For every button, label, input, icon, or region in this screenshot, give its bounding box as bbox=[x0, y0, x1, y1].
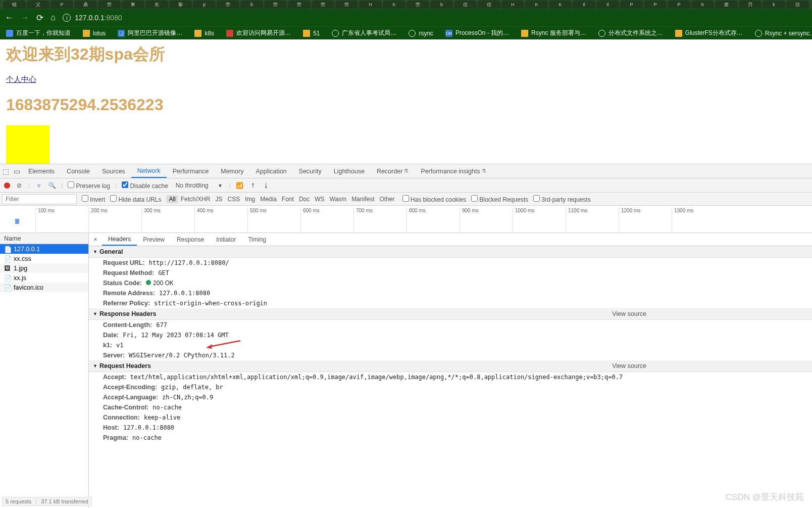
network-timeline[interactable]: 100 ms200 ms300 ms400 ms500 ms600 ms700 … bbox=[0, 206, 812, 233]
tab-memory[interactable]: Memory bbox=[215, 164, 249, 178]
view-source-link[interactable]: View source bbox=[612, 310, 646, 317]
browser-tab[interactable]: K bbox=[691, 1, 714, 9]
browser-tab[interactable]: p bbox=[193, 1, 216, 9]
third-party-checkbox[interactable]: 3rd-party requests bbox=[533, 195, 591, 203]
detail-tab-headers[interactable]: Headers bbox=[102, 233, 137, 246]
browser-tab[interactable]: K bbox=[549, 1, 572, 9]
browser-tab[interactable]: 劳 bbox=[407, 1, 429, 9]
record-button[interactable] bbox=[4, 182, 10, 189]
tab-application[interactable]: Application bbox=[249, 164, 292, 178]
browser-tab[interactable]: P bbox=[668, 1, 690, 9]
browser-tab[interactable]: P bbox=[620, 1, 643, 9]
browser-tab[interactable]: 仪 bbox=[786, 1, 809, 9]
bookmark-item[interactable]: GlusterFS分布式存… bbox=[675, 29, 743, 37]
tab-console[interactable]: Console bbox=[61, 164, 96, 178]
browser-tab[interactable]: H bbox=[501, 1, 524, 9]
browser-tab[interactable]: H bbox=[359, 1, 382, 9]
detail-tab-initiator[interactable]: Initiator bbox=[210, 233, 242, 246]
disable-cache-checkbox[interactable]: Disable cache bbox=[122, 181, 168, 190]
chevron-down-icon[interactable]: ▾ bbox=[216, 182, 224, 189]
export-icon[interactable]: ⭳ bbox=[262, 182, 270, 189]
bookmark-item[interactable]: lotus bbox=[83, 30, 106, 37]
browser-tab[interactable]: 刃 bbox=[739, 1, 762, 9]
bookmark-item[interactable]: rsync bbox=[409, 30, 433, 37]
request-row[interactable]: 📄xx.js bbox=[0, 273, 88, 283]
browser-tab[interactable]: 劳 bbox=[98, 1, 121, 9]
filter-type-media[interactable]: Media bbox=[258, 195, 279, 203]
browser-tab[interactable]: k bbox=[763, 1, 785, 9]
request-row[interactable]: 🖼1.jpg bbox=[0, 263, 88, 273]
tab-lighthouse[interactable]: Lighthouse bbox=[328, 164, 371, 178]
personal-center-link[interactable]: 个人中心 bbox=[6, 75, 36, 83]
hide-data-urls-checkbox[interactable]: Hide data URLs bbox=[110, 195, 161, 203]
blocked-cookies-checkbox[interactable]: Has blocked cookies bbox=[402, 195, 466, 203]
general-section-header[interactable]: ▼General bbox=[89, 246, 812, 258]
filter-type-fetch-xhr[interactable]: Fetch/XHR bbox=[178, 195, 213, 203]
blocked-requests-checkbox[interactable]: Blocked Requests bbox=[471, 195, 528, 203]
filter-type-manifest[interactable]: Manifest bbox=[349, 195, 377, 203]
request-headers-section[interactable]: ▼Request HeadersView source bbox=[89, 360, 812, 372]
filter-input[interactable] bbox=[2, 194, 77, 204]
import-icon[interactable]: ⭱ bbox=[249, 182, 257, 189]
filter-type-wasm[interactable]: Wasm bbox=[327, 195, 349, 203]
browser-tab[interactable]: Il bbox=[596, 1, 619, 9]
request-row[interactable]: 📄xx.css bbox=[0, 254, 88, 263]
filter-type-css[interactable]: CSS bbox=[225, 195, 242, 203]
browser-tab[interactable]: 先 bbox=[145, 1, 168, 9]
filter-type-font[interactable]: Font bbox=[279, 195, 296, 203]
search-icon[interactable]: 🔍 bbox=[48, 182, 56, 189]
browser-tab[interactable]: 信 bbox=[478, 1, 500, 9]
browser-tab[interactable]: 劳 bbox=[288, 1, 311, 9]
back-button[interactable]: ← bbox=[5, 13, 14, 23]
browser-tab[interactable]: 挚 bbox=[169, 1, 192, 9]
browser-tab[interactable]: 劳 bbox=[312, 1, 334, 9]
browser-tab[interactable]: K bbox=[525, 1, 548, 9]
invert-checkbox[interactable]: Invert bbox=[82, 195, 105, 203]
tab-security[interactable]: Security bbox=[293, 164, 328, 178]
browser-tab[interactable]: P bbox=[644, 1, 667, 9]
browser-tab[interactable]: 信 bbox=[454, 1, 477, 9]
browser-tab[interactable]: Il bbox=[573, 1, 595, 9]
filter-type-ws[interactable]: WS bbox=[312, 195, 327, 203]
response-headers-section[interactable]: ▼Response HeadersView source bbox=[89, 308, 812, 320]
browser-tab[interactable]: 劳 bbox=[264, 1, 287, 9]
clear-button[interactable]: ⊘ bbox=[15, 182, 23, 189]
filter-type-img[interactable]: Img bbox=[242, 195, 258, 203]
filter-type-other[interactable]: Other bbox=[377, 195, 397, 203]
filter-type-doc[interactable]: Doc bbox=[296, 195, 312, 203]
tab-recorder[interactable]: Recorder⚗ bbox=[371, 164, 415, 178]
browser-tab[interactable]: 劳 bbox=[335, 1, 358, 9]
browser-tab[interactable]: 劳 bbox=[217, 1, 239, 9]
bookmark-item[interactable]: OnProcessOn - 我的… bbox=[445, 29, 509, 37]
browser-tab[interactable]: 差 bbox=[715, 1, 738, 9]
browser-tab[interactable]: b bbox=[430, 1, 453, 9]
request-row[interactable]: 📄favicon.ico bbox=[0, 283, 88, 292]
home-button[interactable]: ⌂ bbox=[50, 13, 56, 23]
detail-tab-preview[interactable]: Preview bbox=[137, 233, 171, 246]
element-picker-icon[interactable]: ⬚ bbox=[0, 167, 11, 175]
tab-performance[interactable]: Performance bbox=[167, 164, 215, 178]
bookmark-item[interactable]: 分布式文件系统之… bbox=[598, 29, 663, 37]
bookmark-item[interactable]: Rsync + sersync… bbox=[755, 30, 812, 37]
tab-sources[interactable]: Sources bbox=[96, 164, 131, 178]
browser-tab[interactable]: K bbox=[383, 1, 405, 9]
filter-type-js[interactable]: JS bbox=[213, 195, 225, 203]
tab-network[interactable]: Network bbox=[131, 164, 167, 178]
view-source-link-2[interactable]: View source bbox=[612, 362, 646, 370]
browser-tab[interactable]: b bbox=[240, 1, 263, 9]
browser-tab[interactable]: 鼎 bbox=[74, 1, 97, 9]
request-row[interactable]: 📄127.0.0.1 bbox=[0, 244, 88, 254]
bookmark-item[interactable]: 51 bbox=[303, 30, 320, 37]
browser-tab[interactable]: 父 bbox=[27, 1, 49, 9]
browser-tab[interactable]: 钮 bbox=[3, 1, 26, 9]
device-toggle-icon[interactable]: ▭ bbox=[11, 167, 22, 175]
browser-tab[interactable]: 舅 bbox=[122, 1, 144, 9]
bookmark-item[interactable]: Rsync 服务部署与… bbox=[521, 29, 586, 37]
forward-button[interactable]: → bbox=[21, 13, 29, 23]
network-conditions-icon[interactable]: 📶 bbox=[236, 182, 244, 189]
detail-tab-response[interactable]: Response bbox=[171, 233, 210, 246]
bookmark-item[interactable]: k8s bbox=[194, 30, 214, 37]
tab-elements[interactable]: Elements bbox=[22, 164, 61, 178]
bookmark-item[interactable]: ❑阿里巴巴开源镜像… bbox=[118, 29, 182, 37]
tab-perf-insights[interactable]: Performance insights⚗ bbox=[415, 164, 492, 178]
